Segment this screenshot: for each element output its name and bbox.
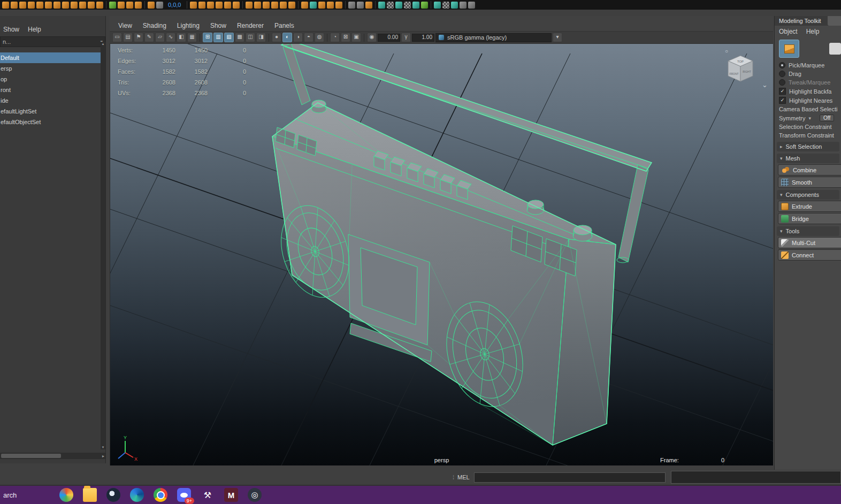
- viewcube[interactable]: TOP FRONT RIGHT: [722, 51, 759, 86]
- scroll-down-icon[interactable]: ▾: [102, 445, 104, 449]
- shelf-icon[interactable]: [135, 2, 142, 9]
- shelf-icon[interactable]: [280, 2, 287, 9]
- discord-icon[interactable]: 9+: [177, 488, 191, 502]
- outliner-item[interactable]: ide: [0, 95, 101, 106]
- shelf-icon[interactable]: [378, 2, 385, 9]
- toolbar-icon[interactable]: ◓: [304, 33, 314, 42]
- shelf-icon[interactable]: [71, 2, 78, 9]
- connect-button[interactable]: Connect: [778, 249, 841, 261]
- highlight-nearest-option[interactable]: ✓ Highlight Neares: [775, 96, 841, 105]
- shelf-icon[interactable]: [19, 2, 26, 9]
- menu-help[interactable]: Help: [806, 28, 820, 35]
- menu-help[interactable]: Help: [28, 26, 41, 33]
- toolbar-icon[interactable]: ▤: [123, 33, 133, 42]
- toolbar-icon[interactable]: ◫: [246, 33, 255, 42]
- shelf-icon[interactable]: [96, 2, 103, 9]
- file-explorer-icon[interactable]: [83, 488, 97, 502]
- shelf-icon[interactable]: [148, 2, 155, 9]
- shelf-icon[interactable]: [216, 2, 223, 9]
- components-section[interactable]: ▾ Components: [777, 190, 839, 200]
- symmetry-select[interactable]: Off: [820, 114, 834, 121]
- shelf-icon[interactable]: [460, 2, 467, 9]
- toolbar-icon[interactable]: ▥: [213, 33, 223, 42]
- toolbar-icon[interactable]: ⊞: [203, 33, 212, 42]
- shelf-icon[interactable]: [288, 2, 295, 9]
- scrollbar-thumb[interactable]: [1, 454, 61, 458]
- checkbox-checked-icon[interactable]: ✓: [779, 97, 786, 104]
- shelf-icon[interactable]: [88, 2, 95, 9]
- shelf-icon[interactable]: [156, 2, 163, 9]
- checkbox-checked-icon[interactable]: ✓: [779, 88, 786, 95]
- combine-button[interactable]: Combine: [778, 164, 841, 175]
- shelf-icon[interactable]: [224, 2, 231, 9]
- coordinate-display[interactable]: 0,0,0: [168, 2, 181, 8]
- toolbar-icon[interactable]: ▧: [224, 33, 234, 42]
- edge-icon[interactable]: [130, 488, 144, 502]
- chevron-down-icon[interactable]: ▾: [809, 116, 812, 121]
- viewport-menu-item[interactable]: Lighting: [177, 22, 200, 29]
- shelf-icon[interactable]: [301, 2, 308, 9]
- drag-option[interactable]: Drag: [775, 70, 841, 78]
- scroll-right-icon[interactable]: ▸: [102, 454, 105, 459]
- shelf-icon[interactable]: [28, 2, 35, 9]
- toolbar-icon[interactable]: ●: [272, 33, 281, 42]
- shelf-icon[interactable]: [190, 2, 197, 9]
- viewport-canvas[interactable]: Verts:145014500 Edges:301230120 Faces:15…: [110, 44, 773, 465]
- shelf-icon[interactable]: [207, 2, 214, 9]
- viewport-menu-item[interactable]: Renderer: [237, 22, 264, 29]
- bridge-button[interactable]: Bridge: [778, 213, 841, 224]
- shelf-icon[interactable]: [327, 2, 334, 9]
- toolbar-icon[interactable]: ◧: [177, 33, 186, 42]
- toolbar-icon[interactable]: ◍: [315, 33, 324, 42]
- toolbar-icon[interactable]: ▦: [187, 33, 197, 42]
- toolbar-icon[interactable]: ∿: [166, 33, 175, 42]
- viewport-menu-item[interactable]: Panels: [274, 22, 294, 29]
- shelf-icon[interactable]: [387, 2, 394, 9]
- viewport-menu-item[interactable]: View: [118, 22, 132, 29]
- vertical-scrollbar[interactable]: ▴ ▾: [101, 42, 105, 449]
- outliner-item[interactable]: Default: [0, 52, 101, 63]
- shelf-icon[interactable]: [442, 2, 449, 9]
- extrude-button[interactable]: Extrude: [778, 201, 841, 212]
- shelf-icon[interactable]: [404, 2, 411, 9]
- transform-constraint-label[interactable]: Transform Constraint: [775, 131, 841, 140]
- shelf-icon[interactable]: [451, 2, 458, 9]
- shelf-icon[interactable]: [53, 2, 60, 9]
- taskbar-search[interactable]: arch: [0, 491, 55, 499]
- shelf-icon[interactable]: [468, 2, 475, 9]
- shelf-icon[interactable]: [198, 2, 205, 9]
- mel-result-field[interactable]: [671, 471, 841, 484]
- shelf-icon[interactable]: [434, 2, 441, 9]
- toolbar-icon[interactable]: ⊠: [341, 33, 350, 42]
- toolbar-icon[interactable]: ◑: [293, 33, 303, 42]
- clipped-tool-icon[interactable]: [829, 43, 841, 55]
- toolbar-icon[interactable]: ▱: [155, 33, 165, 42]
- view-transform-chevron-icon[interactable]: ▾: [553, 33, 562, 42]
- viewcube-chevron-icon[interactable]: ⌄: [762, 82, 768, 88]
- tweak-marquee-option[interactable]: Tweak/Marquee: [775, 78, 841, 87]
- tools-icon[interactable]: ⚒: [201, 488, 215, 502]
- shelf-icon[interactable]: [254, 2, 261, 9]
- mel-command-input[interactable]: [474, 472, 666, 483]
- shelf-icon[interactable]: [348, 2, 355, 9]
- smooth-button[interactable]: Smooth: [778, 177, 841, 188]
- maya-icon[interactable]: M: [224, 488, 238, 502]
- shelf-icon[interactable]: [395, 2, 402, 9]
- toolbar-icon[interactable]: ◐: [282, 33, 292, 42]
- shelf-icon[interactable]: [412, 2, 419, 9]
- shelf-icon[interactable]: [36, 2, 43, 9]
- mesh-section[interactable]: ▾ Mesh: [777, 154, 839, 163]
- shelf-icon[interactable]: [318, 2, 325, 9]
- outliner-item[interactable]: efaultLightSet: [0, 106, 101, 117]
- multi-cut-button[interactable]: Multi-Cut: [778, 237, 841, 248]
- panel-tab[interactable]: [828, 16, 841, 26]
- shelf-icon[interactable]: [45, 2, 52, 9]
- outliner-item[interactable]: ersp: [0, 63, 101, 74]
- mel-language-toggle[interactable]: MEL: [457, 474, 470, 480]
- shelf-icon[interactable]: [310, 2, 317, 9]
- toolbar-icon[interactable]: ⚑: [134, 33, 143, 42]
- outliner-item[interactable]: op: [0, 74, 101, 85]
- shelf-icon[interactable]: [357, 2, 364, 9]
- highlight-backface-option[interactable]: ✓ Highlight Backfa: [775, 87, 841, 96]
- steam-icon[interactable]: [106, 488, 120, 502]
